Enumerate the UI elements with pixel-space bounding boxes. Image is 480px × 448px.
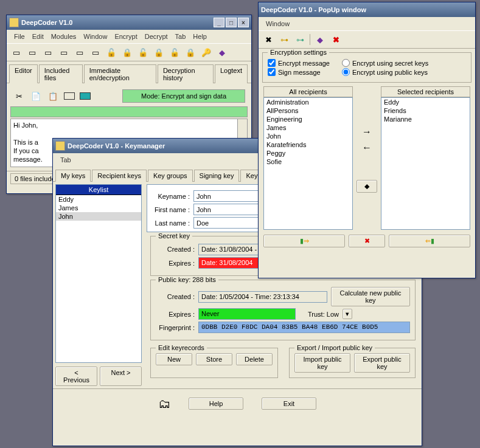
list-item[interactable]: James <box>264 123 352 132</box>
all-recipients-list[interactable]: Administration AllPersons Engineering Ja… <box>263 97 353 230</box>
book-help-icon[interactable]: ◆ <box>357 180 377 193</box>
selected-recipients-header: Selected recipients <box>381 86 470 97</box>
rect-icon[interactable] <box>64 92 75 100</box>
menu-window[interactable]: Window <box>262 19 293 29</box>
rect-teal-icon[interactable] <box>80 92 91 100</box>
tab-mykeys[interactable]: My keys <box>55 170 91 182</box>
lock-open-icon[interactable]: 🔓 <box>105 46 117 58</box>
keylist[interactable]: Keylist Eddy James John <box>55 184 142 363</box>
secret-radio[interactable] <box>342 59 350 67</box>
export-button[interactable]: Export public key <box>354 353 410 373</box>
editor-toolbar: ✂ 📄 📋 Mode: Encrypt and sign data <box>10 87 248 105</box>
lock-open-icon[interactable]: 🔓 <box>137 46 149 58</box>
tab-signing[interactable]: Signing key <box>194 170 240 182</box>
move-left-button[interactable]: ← <box>357 142 377 153</box>
tab-immediate[interactable]: Immediate en/decryption <box>84 64 156 83</box>
list-item[interactable]: Engineering <box>264 115 352 123</box>
lock-icon[interactable]: 🔒 <box>184 46 197 58</box>
tool-icon[interactable]: ▭ <box>89 46 102 58</box>
import-button[interactable]: Import public key <box>294 353 350 373</box>
lock-open-icon[interactable]: 🔓 <box>169 46 181 58</box>
app-icon <box>9 18 19 27</box>
list-item[interactable]: Marianne <box>381 115 470 123</box>
list-item[interactable]: John <box>56 212 141 221</box>
sign-checkbox[interactable] <box>268 68 276 76</box>
popup-title: DeepCoder V1.0 - PopUp window <box>261 6 366 13</box>
list-item[interactable]: James <box>56 204 141 212</box>
editor-text: Hi John, This is a If you ca message. <box>13 122 43 163</box>
menu-encrypt[interactable]: Encrypt <box>111 32 141 41</box>
menu-tab[interactable]: Tab <box>57 155 75 165</box>
book-help-icon[interactable]: ◆ <box>314 33 326 46</box>
tool-icon[interactable]: ▭ <box>74 46 86 58</box>
key-icon[interactable]: ⊶ <box>278 33 290 46</box>
calc-public-button[interactable]: Calculate new public key <box>331 287 410 306</box>
key-icon[interactable]: ⊶ <box>294 33 306 46</box>
prev-button[interactable]: < Previous <box>55 367 97 386</box>
menu-edit[interactable]: Edit <box>29 32 47 41</box>
menu-modules[interactable]: Modules <box>47 32 80 41</box>
secret-label: Encrypt using secret keys <box>352 60 428 67</box>
help-button[interactable]: Help <box>189 398 243 410</box>
tool-icon[interactable]: ▭ <box>10 46 23 58</box>
exit-button[interactable]: Exit <box>262 398 316 410</box>
store-button[interactable]: Store <box>196 353 232 365</box>
tool-icon[interactable]: ▭ <box>58 46 70 58</box>
cancel-icon[interactable]: ✖ <box>330 33 342 46</box>
list-item[interactable]: John <box>264 132 352 140</box>
maximize-button[interactable]: □ <box>226 18 237 27</box>
tab-groups[interactable]: Key groups <box>148 170 193 182</box>
book-help-icon[interactable]: ◆ <box>216 46 228 58</box>
list-item[interactable]: Administration <box>264 98 352 106</box>
menu-help[interactable]: Help <box>189 32 210 41</box>
trust-dropdown[interactable]: ▾ <box>343 309 352 319</box>
public-radio[interactable] <box>342 68 350 76</box>
app-icon <box>55 141 65 151</box>
delete-button[interactable]: Delete <box>236 353 273 365</box>
tool-icon[interactable]: ▭ <box>26 46 38 58</box>
tool-icon[interactable]: ▭ <box>42 46 54 58</box>
expimp-legend: Export / Import public key <box>294 344 375 351</box>
minimize-button[interactable]: _ <box>214 18 224 27</box>
encryption-settings-group: Encryption settings Encrypt message Sign… <box>262 52 471 83</box>
clear-button[interactable]: ✖ <box>349 235 385 247</box>
move-right-button[interactable]: → <box>357 126 377 137</box>
list-item[interactable]: Eddy <box>56 195 141 204</box>
action-button-1[interactable]: ▮⇒ <box>263 235 345 247</box>
encrypt-label: Encrypt message <box>278 60 330 67</box>
list-item[interactable]: Sofie <box>264 157 352 166</box>
menu-tab[interactable]: Tab <box>172 32 190 41</box>
tab-recipient[interactable]: Recipient keys <box>92 170 147 182</box>
close-button[interactable]: × <box>238 18 249 27</box>
next-button[interactable]: Next > <box>100 367 142 386</box>
paste-icon[interactable]: 📋 <box>47 90 59 102</box>
action-button-2[interactable]: ⇐▮ <box>389 235 470 247</box>
main-menubar: File Edit Modules Window Encrypt Decrypt… <box>7 30 251 43</box>
list-item[interactable]: Karatefriends <box>264 140 352 149</box>
tab-history[interactable]: Decryption history <box>158 64 214 83</box>
tools-icon[interactable]: ✖ <box>262 33 274 46</box>
new-button[interactable]: New <box>156 353 192 365</box>
lock-icon[interactable]: 🔒 <box>153 46 165 58</box>
tab-editor[interactable]: Editor <box>9 64 38 83</box>
enc-legend: Encryption settings <box>268 49 329 56</box>
public-expires-label: Expires : <box>156 311 198 318</box>
public-legend: Public key: 288 bits <box>156 276 218 283</box>
popup-titlebar[interactable]: DeepCoder V1.0 - PopUp window <box>259 2 475 17</box>
cut-icon[interactable]: ✂ <box>13 90 25 102</box>
tab-included-files[interactable]: Included files <box>39 64 83 83</box>
encrypt-checkbox[interactable] <box>268 59 276 67</box>
main-titlebar[interactable]: DeepCoder V1.0 _ □ × <box>7 15 251 30</box>
menu-decrypt[interactable]: Decrypt <box>141 32 172 41</box>
selected-recipients-list[interactable]: Eddy Friends Marianne <box>381 97 470 230</box>
key-icon[interactable]: 🔑 <box>200 46 212 58</box>
lock-icon[interactable]: 🔒 <box>121 46 133 58</box>
list-item[interactable]: AllPersons <box>264 106 352 115</box>
list-item[interactable]: Friends <box>381 106 470 115</box>
menu-window[interactable]: Window <box>80 32 111 41</box>
copy-icon[interactable]: 📄 <box>30 90 42 102</box>
tab-logtext[interactable]: Logtext <box>215 64 248 83</box>
list-item[interactable]: Eddy <box>381 98 470 106</box>
menu-file[interactable]: File <box>10 32 29 41</box>
list-item[interactable]: Peggy <box>264 149 352 157</box>
